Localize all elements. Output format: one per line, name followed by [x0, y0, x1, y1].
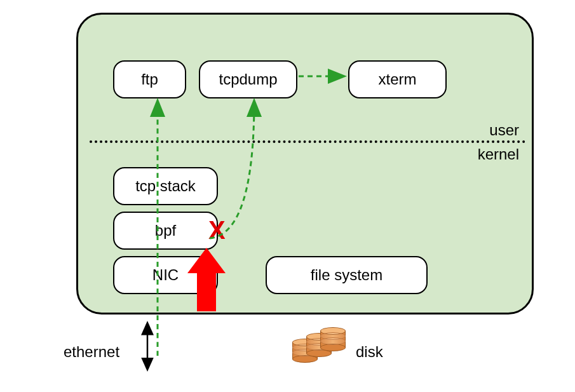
ethernet-label: ethernet [64, 343, 119, 361]
filesystem-label: file system [311, 266, 382, 284]
tcpdump-label: tcpdump [219, 71, 277, 88]
disk-label: disk [356, 343, 383, 361]
tcpstack-box: tcp stack [113, 167, 218, 205]
tcpdump-box: tcpdump [199, 60, 297, 98]
disk-icon [292, 327, 349, 365]
tcpstack-label: tcp stack [135, 177, 196, 195]
user-label: user [489, 121, 519, 139]
nic-label: NIC [152, 266, 179, 284]
xterm-box: xterm [348, 60, 447, 98]
ftp-box: ftp [113, 60, 186, 98]
bpf-label: bpf [155, 222, 176, 240]
ftp-label: ftp [141, 71, 158, 88]
system-container: ftp tcpdump xterm user kernel tcp stack … [76, 13, 534, 314]
user-kernel-divider [90, 140, 525, 143]
filesystem-box: file system [266, 256, 428, 294]
x-filter-mark: X [208, 216, 226, 245]
bpf-box: bpf [113, 212, 218, 250]
nic-box: NIC [113, 256, 218, 294]
kernel-label: kernel [478, 145, 519, 163]
xterm-label: xterm [379, 71, 417, 88]
